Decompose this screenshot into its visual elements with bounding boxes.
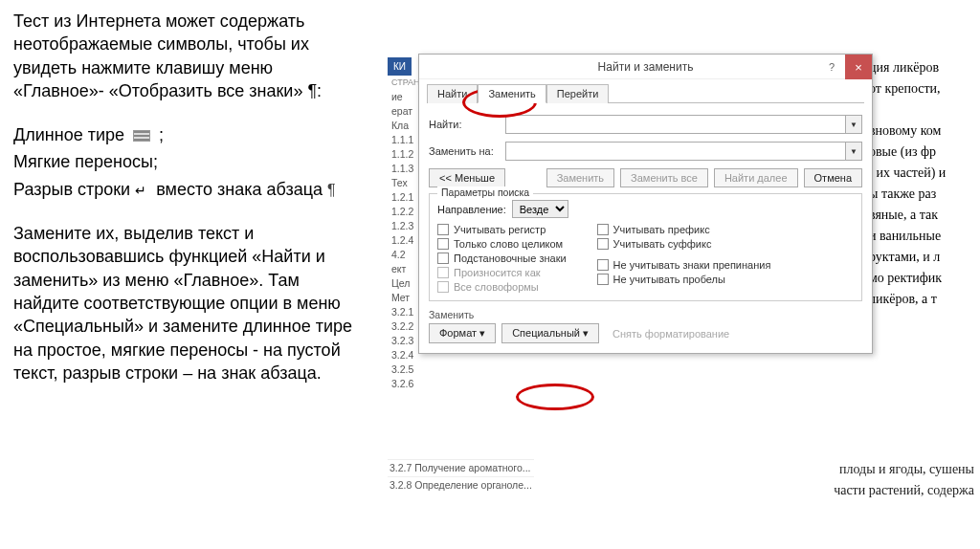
instruction-line-hyphen: Мягкие переносы; — [13, 150, 368, 173]
pilcrow-icon: ¶ — [327, 180, 336, 201]
chk-prefix[interactable]: Учитывать префикс — [597, 224, 771, 235]
doc-line: части растений, содержа — [834, 480, 974, 501]
doc-line: вяные, а так — [869, 205, 974, 226]
navigation-pane-bottom: 3.2.7 Получение ароматного... 3.2.8 Опре… — [388, 459, 534, 494]
doc-line: овые (из фр — [869, 142, 974, 163]
chk-ignore-punct[interactable]: Не учитывать знаки препинания — [597, 259, 771, 271]
list-item[interactable]: 3.2.8 Определение органоле... — [388, 476, 534, 494]
replace-all-button[interactable]: Заменить все — [620, 168, 708, 187]
replace-field-row: Заменить на: ▼ — [429, 142, 862, 161]
dialog-titlebar[interactable]: Найти и заменить ? × — [419, 55, 872, 79]
nav-header: КИ — [388, 57, 412, 76]
doc-line: от крепости, — [869, 78, 974, 99]
chk-wildcards[interactable]: Подстановочные знаки — [437, 253, 567, 264]
instruction-line-dash: Длинное тире ; — [13, 123, 368, 146]
find-next-button[interactable]: Найти далее — [714, 168, 798, 187]
close-button[interactable]: × — [845, 55, 872, 79]
doc-line: ы также раз — [869, 184, 974, 205]
doc-line: вновому ком — [869, 121, 974, 142]
instruction-p1: Тест из Интернета может содержать неотоб… — [13, 10, 368, 102]
checkbox-grid: Учитывать регистр Только слово целиком П… — [437, 224, 854, 293]
doc-line: ция ликёров — [869, 57, 974, 78]
find-label: Найти: — [429, 119, 505, 130]
replace-combo[interactable]: ▼ — [505, 142, 862, 161]
dialog-body: Найти: ▼ Заменить на: ▼ << Меньше Замени… — [419, 103, 872, 353]
chk-ignore-spaces[interactable]: Не учитывать пробелы — [597, 274, 771, 285]
instruction-text: Тест из Интернета может содержать неотоб… — [13, 10, 368, 388]
chk-suffix[interactable]: Учитывать суффикс — [597, 238, 771, 250]
search-options-legend: Параметры поиска — [437, 187, 533, 198]
dialog-title: Найти и заменить — [598, 60, 694, 74]
direction-select[interactable]: Везде — [512, 200, 568, 218]
document-text: ция ликёров от крепости, вновому ком овы… — [869, 57, 974, 310]
line-break-icon: ↵ — [135, 182, 146, 200]
list-item[interactable]: 3.2.7 Получение ароматного... — [388, 459, 534, 476]
list-item[interactable]: 3.2.5 — [388, 362, 502, 377]
tab-find[interactable]: Найти — [427, 84, 478, 103]
find-input[interactable] — [505, 115, 845, 134]
replace-section-label: Заменить — [429, 309, 862, 320]
instruction-line-break: Разрыв строки ↵ вместо знака абзаца ¶ — [13, 178, 368, 201]
replace-label: Заменить на: — [429, 145, 505, 157]
action-buttons: << Меньше Заменить Заменить все Найти да… — [429, 168, 862, 187]
doc-line: руктами, и л — [869, 247, 974, 268]
find-combo[interactable]: ▼ — [505, 115, 862, 134]
replace-button[interactable]: Заменить — [546, 168, 614, 187]
chevron-down-icon[interactable]: ▼ — [845, 142, 862, 161]
special-button[interactable]: Специальный ▾ — [501, 323, 599, 343]
doc-line: і их частей) и — [869, 163, 974, 184]
instruction-p2: Замените их, выделив текст и воспользова… — [13, 222, 368, 384]
doc-line: мо ректифик — [869, 268, 974, 289]
direction-label: Направление: — [437, 204, 506, 215]
find-replace-dialog: Найти и заменить ? × Найти Заменить Пере… — [418, 54, 873, 354]
doc-line: плоды и ягоды, сушены — [834, 459, 974, 480]
chk-sounds-like: Произносится как — [437, 267, 567, 278]
direction-row: Направление: Везде — [437, 200, 854, 218]
less-button[interactable]: << Меньше — [429, 168, 505, 187]
chk-whole-word[interactable]: Только слово целиком — [437, 238, 567, 250]
format-button[interactable]: Формат ▾ — [429, 323, 496, 343]
find-field-row: Найти: ▼ — [429, 115, 862, 134]
doc-line: ликёров, а т — [869, 289, 974, 310]
tab-goto[interactable]: Перейти — [546, 84, 610, 103]
replace-format-section: Заменить Формат ▾ Специальный ▾ Снять фо… — [429, 309, 862, 343]
tab-replace[interactable]: Заменить — [478, 84, 546, 103]
chevron-down-icon[interactable]: ▼ — [845, 115, 862, 134]
help-button[interactable]: ? — [818, 55, 845, 79]
chk-match-case[interactable]: Учитывать регистр — [437, 224, 567, 235]
cancel-button[interactable]: Отмена — [804, 168, 862, 187]
dialog-tabs: Найти Заменить Перейти — [419, 79, 872, 102]
replace-input[interactable] — [505, 142, 845, 161]
no-formatting-button: Снять форматирование — [605, 325, 737, 342]
list-item[interactable]: 3.2.6 — [388, 377, 502, 391]
doc-line: и ванильные — [869, 226, 974, 247]
search-options-group: Параметры поиска Направление: Везде Учит… — [429, 193, 862, 301]
chk-word-forms: Все словоформы — [437, 281, 567, 293]
em-dash-icon — [133, 130, 150, 142]
document-text-below: плоды и ягоды, сушены части растений, со… — [834, 459, 974, 501]
